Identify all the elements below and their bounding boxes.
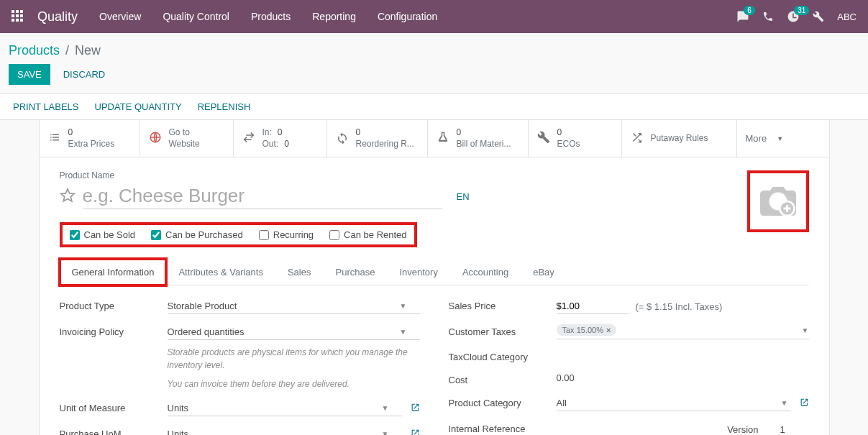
menu-overview[interactable]: Overview xyxy=(99,11,141,22)
chevron-down-icon[interactable]: ▼ xyxy=(802,326,809,334)
product-flags: Can be Sold Can be Purchased Recurring C… xyxy=(60,222,417,247)
tab-accounting[interactable]: Accounting xyxy=(450,259,521,285)
globe-icon xyxy=(149,131,162,146)
product-type-label: Product Type xyxy=(60,298,168,311)
version-value: 1 xyxy=(780,424,809,435)
purchase-uom-label: Purchase UoM xyxy=(60,426,168,435)
shuffle-icon xyxy=(631,131,644,146)
chevron-down-icon[interactable]: ▼ xyxy=(778,399,791,407)
product-category-label: Product Category xyxy=(449,395,557,408)
chevron-down-icon: ▼ xyxy=(400,328,407,336)
chat-icon[interactable]: 6 xyxy=(736,10,749,23)
tax-tag[interactable]: Tax 15.00%× xyxy=(557,324,617,336)
cost-value: 0.00 xyxy=(557,372,575,383)
save-button[interactable]: SAVE xyxy=(9,64,50,85)
invoicing-policy-select[interactable]: Ordered quantities▼ xyxy=(168,324,420,340)
stat-extra-prices[interactable]: 0Extra Prices xyxy=(40,120,140,157)
tab-sales[interactable]: Sales xyxy=(275,259,324,285)
clock-badge: 31 xyxy=(794,6,809,15)
clock-icon[interactable]: 31 xyxy=(787,10,800,23)
tab-ebay[interactable]: eBay xyxy=(521,259,567,285)
swap-icon xyxy=(242,131,255,146)
external-link-icon[interactable] xyxy=(411,403,420,414)
incl-taxes-text: (= $ 1.15 Incl. Taxes) xyxy=(636,301,723,312)
stat-more[interactable]: More ▼ xyxy=(737,120,792,157)
recurring-checkbox[interactable]: Recurring xyxy=(259,229,314,240)
version-label: Version xyxy=(727,424,758,435)
can-be-rented-checkbox[interactable]: Can be Rented xyxy=(329,229,406,240)
discard-button[interactable]: DISCARD xyxy=(63,69,106,80)
top-nav: Quality Overview Quality Control Product… xyxy=(0,0,868,33)
stat-website[interactable]: Go toWebsite xyxy=(140,120,234,157)
main-menu: Overview Quality Control Products Report… xyxy=(99,11,437,22)
uom-select[interactable]: Units▼ xyxy=(168,400,402,416)
print-labels-button[interactable]: PRINT LABELS xyxy=(13,101,79,112)
can-be-purchased-checkbox[interactable]: Can be Purchased xyxy=(151,229,243,240)
refresh-icon xyxy=(336,131,349,146)
purchase-uom-select[interactable]: Units▼ xyxy=(168,426,402,435)
sales-price-label: Sales Price xyxy=(449,298,557,311)
wrench-icon xyxy=(537,131,550,146)
sales-price-input[interactable] xyxy=(557,298,629,314)
tab-purchase[interactable]: Purchase xyxy=(323,259,387,285)
camera-icon xyxy=(757,183,800,219)
debug-icon[interactable] xyxy=(813,11,824,22)
product-category-select[interactable]: All xyxy=(557,395,778,411)
tabs: General Information Attributes & Variant… xyxy=(60,259,809,285)
chevron-down-icon: ▼ xyxy=(382,404,389,412)
menu-quality-control[interactable]: Quality Control xyxy=(163,11,229,22)
helper-text: Storable products are physical items for… xyxy=(168,346,420,372)
internal-reference-label: Internal Reference xyxy=(449,421,557,434)
menu-products[interactable]: Products xyxy=(251,11,291,22)
breadcrumb: Products / New xyxy=(0,33,868,64)
phone-icon[interactable] xyxy=(762,11,774,22)
chevron-down-icon: ▼ xyxy=(777,135,783,142)
stat-bar: 0Extra Prices Go toWebsite In:0 Out:0 0R… xyxy=(40,120,829,157)
chevron-down-icon: ▼ xyxy=(382,430,389,435)
form-sheet: 0Extra Prices Go toWebsite In:0 Out:0 0R… xyxy=(39,120,830,435)
replenish-button[interactable]: REPLENISH xyxy=(198,101,251,112)
internal-reference-input[interactable] xyxy=(557,421,706,435)
can-be-sold-checkbox[interactable]: Can be Sold xyxy=(70,229,136,240)
stat-ecos[interactable]: 0ECOs xyxy=(529,120,622,157)
tab-attributes-variants[interactable]: Attributes & Variants xyxy=(166,259,275,285)
menu-configuration[interactable]: Configuration xyxy=(378,11,437,22)
customer-taxes-label: Customer Taxes xyxy=(449,324,557,337)
product-type-select[interactable]: Storable Product▼ xyxy=(168,298,420,314)
stat-putaway[interactable]: Putaway Rules xyxy=(622,120,737,157)
menu-reporting[interactable]: Reporting xyxy=(312,11,356,22)
stat-bom[interactable]: 0Bill of Materi... xyxy=(428,120,529,157)
stat-reordering[interactable]: 0Reordering R... xyxy=(327,120,428,157)
chat-badge: 6 xyxy=(744,6,755,15)
language-button[interactable]: EN xyxy=(457,191,470,202)
tab-general-information[interactable]: General Information xyxy=(60,259,167,285)
update-quantity-button[interactable]: UPDATE QUANTITY xyxy=(95,101,182,112)
close-icon[interactable]: × xyxy=(606,326,611,334)
invoicing-policy-label: Invoicing Policy xyxy=(60,324,168,337)
flask-icon xyxy=(437,131,449,146)
chevron-down-icon: ▼ xyxy=(400,302,407,310)
user-menu[interactable]: ABC xyxy=(837,12,856,22)
cost-label: Cost xyxy=(449,372,557,385)
action-bar: SAVE DISCARD xyxy=(0,64,868,93)
taxcloud-label: TaxCloud Category xyxy=(449,349,557,362)
helper-text: You can invoice them before they are del… xyxy=(168,377,420,390)
apps-icon[interactable] xyxy=(12,10,24,23)
brand[interactable]: Quality xyxy=(37,9,78,24)
breadcrumb-parent[interactable]: Products xyxy=(9,43,60,58)
product-image-upload[interactable] xyxy=(747,170,809,232)
external-link-icon[interactable] xyxy=(411,429,420,435)
external-link-icon[interactable] xyxy=(800,398,809,409)
product-name-label: Product Name xyxy=(60,170,809,180)
uom-label: Unit of Measure xyxy=(60,400,168,413)
list-icon xyxy=(48,131,61,146)
sub-action-bar: PRINT LABELS UPDATE QUANTITY REPLENISH xyxy=(0,93,868,120)
product-name-input[interactable] xyxy=(83,183,442,209)
tab-inventory[interactable]: Inventory xyxy=(387,259,449,285)
breadcrumb-current: New xyxy=(75,43,101,58)
favorite-star-icon[interactable] xyxy=(60,188,76,206)
stat-inout[interactable]: In:0 Out:0 xyxy=(234,120,327,157)
